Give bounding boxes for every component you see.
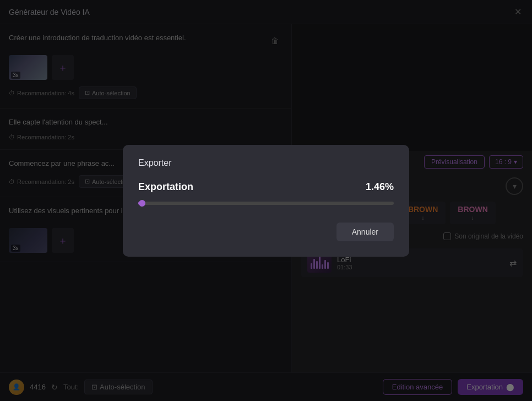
progress-bar <box>138 202 394 205</box>
export-progress-row: Exportation 1.46% <box>138 181 394 193</box>
cancel-button[interactable]: Annuler <box>336 223 394 241</box>
modal-title: Exporter <box>138 158 394 168</box>
modal-overlay: Exporter Exportation 1.46% Annuler <box>0 0 532 401</box>
progress-dot <box>139 200 145 207</box>
export-modal-label: Exportation <box>138 181 193 193</box>
modal-cancel-area: Annuler <box>138 223 394 241</box>
export-percent: 1.46% <box>366 181 394 193</box>
progress-fill <box>138 202 142 205</box>
export-modal: Exporter Exportation 1.46% Annuler <box>123 145 409 257</box>
